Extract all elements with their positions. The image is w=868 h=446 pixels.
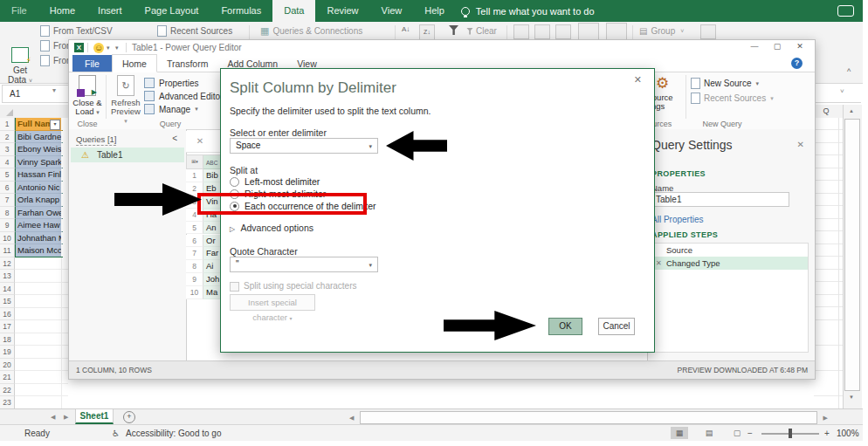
excel-tab-review[interactable]: Review	[315, 0, 369, 22]
sheet-cell[interactable]: Johnathan M	[15, 232, 63, 245]
sheet-cell[interactable]: Aimee Haw	[15, 219, 63, 232]
tell-me-box[interactable]: Tell me what you want to do	[461, 6, 595, 17]
clear-filter-button[interactable]: Clear	[466, 26, 497, 36]
from-text-csv-button[interactable]: From Text/CSV	[40, 25, 113, 37]
sheet-cell[interactable]: Bibi Gardne	[15, 131, 63, 144]
close-icon[interactable]: ✕	[792, 42, 808, 51]
sheet-cell[interactable]	[15, 333, 61, 347]
grid-cell[interactable]	[61, 295, 68, 308]
data-source-settings-icon[interactable]: ⚙	[656, 76, 669, 91]
flash-fill-icon[interactable]	[534, 24, 550, 39]
sheet-cell[interactable]: Hassan Finl	[15, 168, 63, 182]
scroll-right-icon[interactable]: ▶	[823, 415, 828, 422]
excel-tab-file[interactable]: File	[0, 0, 38, 22]
query-list-item[interactable]: ⚠ Table1	[71, 148, 184, 162]
recent-sources-button[interactable]: Recent Sources	[157, 25, 232, 37]
preview-cell[interactable]: Bib	[203, 169, 221, 182]
prev-sheet-icon[interactable]: ◀	[51, 414, 55, 421]
smiley-feedback-icon[interactable]: ☺	[93, 43, 104, 53]
column-a-header[interactable]	[15, 105, 68, 119]
sheet-cell[interactable]	[15, 257, 61, 271]
grid-cell[interactable]	[61, 346, 68, 359]
grid-cell[interactable]	[61, 257, 68, 271]
preview-table-menu-button[interactable]: ⊞▾	[186, 154, 203, 169]
horizontal-scrollbar-thumb[interactable]	[360, 411, 817, 424]
preview-cell[interactable]: Far	[203, 247, 221, 260]
preview-cell[interactable]: Joh	[203, 273, 221, 286]
sheet-cell[interactable]: Vinny Spark	[15, 156, 63, 169]
zoom-slider-thumb[interactable]	[789, 429, 792, 438]
pq-tab-home[interactable]: Home	[112, 54, 157, 72]
radio-option[interactable]: Left-most delimiter	[230, 175, 457, 188]
grid-cell[interactable]	[61, 333, 68, 347]
formula-bar[interactable]	[814, 84, 861, 103]
select-all-corner[interactable]	[0, 105, 16, 119]
formula-bar-expand-icon[interactable]: ˅	[840, 87, 844, 95]
excel-tab-data[interactable]: Data	[272, 0, 315, 22]
scroll-down-icon[interactable]: ▼	[844, 395, 859, 400]
sheet-cell[interactable]	[15, 270, 61, 283]
sheet-cell[interactable]: Ebony Weis	[15, 143, 63, 156]
column-q-header[interactable]: Q	[814, 105, 839, 119]
all-properties-link[interactable]: All Properties	[651, 215, 703, 224]
forecast-sheet-icon[interactable]	[606, 23, 627, 41]
sheet-cell[interactable]: Full Name▾	[15, 118, 63, 131]
maximize-icon[interactable]: ▢	[769, 42, 785, 51]
sheet-cell[interactable]	[15, 283, 61, 296]
delete-step-icon[interactable]: ✕	[656, 257, 662, 270]
sheet-cell[interactable]	[15, 320, 61, 333]
sheet-cell[interactable]	[15, 371, 61, 384]
sheet-tab-sheet1[interactable]: Sheet1	[75, 409, 114, 424]
accessibility-status[interactable]: Accessibility: Good to go	[126, 429, 222, 438]
grid-cell[interactable]	[61, 359, 68, 372]
sort-ascending-icon[interactable]: A↓	[402, 25, 410, 33]
sheet-cell[interactable]: Orla Knapp	[15, 194, 63, 207]
excel-tab-formulas[interactable]: Formulas	[210, 0, 272, 22]
excel-tab-view[interactable]: View	[370, 0, 414, 22]
sheet-cell[interactable]	[15, 308, 61, 321]
sheet-cell[interactable]	[15, 396, 61, 409]
queries-connections-button[interactable]: ▦Queries & Connections	[260, 25, 362, 37]
radio-icon[interactable]	[230, 177, 239, 187]
zoom-in-icon[interactable]: +	[824, 429, 830, 438]
collapse-ribbon-icon[interactable]: ^	[847, 67, 851, 76]
advanced-options-toggle[interactable]: ▷ Advanced options	[230, 223, 313, 233]
sheet-cell[interactable]	[15, 346, 61, 359]
grid-cell[interactable]	[61, 244, 68, 257]
preview-cell[interactable]: Or	[203, 235, 221, 248]
excel-tab-home[interactable]: Home	[38, 0, 86, 22]
normal-view-icon[interactable]: ▦	[671, 427, 688, 439]
quote-character-select[interactable]: " ▾	[230, 257, 378, 272]
help-icon[interactable]: ?	[791, 58, 803, 69]
sheet-cell[interactable]: Farhan Owe	[15, 207, 63, 220]
close-icon[interactable]: ✕	[634, 74, 642, 86]
insert-special-character-button[interactable]: Insert special character ▾	[230, 294, 315, 311]
sheet-cell[interactable]	[15, 384, 61, 397]
customize-toolbar-icon[interactable]: ▾	[115, 45, 119, 51]
pq-tab-file[interactable]: File	[72, 55, 112, 72]
grid-cell[interactable]	[61, 118, 68, 130]
grid-cell[interactable]	[61, 194, 68, 206]
ok-button[interactable]: OK	[548, 318, 582, 335]
sort-dialog-icon[interactable]: Z↓	[419, 24, 435, 40]
grid-cell[interactable]	[61, 371, 68, 384]
grid-cell[interactable]	[61, 143, 68, 155]
sheet-cell[interactable]	[15, 359, 61, 372]
pq-title-bar[interactable]: X ☺ ▾ ▾ Table1 - Power Query Editor — ▢ …	[69, 40, 815, 55]
cancel-entry-icon[interactable]: ✕	[191, 134, 209, 148]
grid-cell[interactable]	[61, 384, 68, 397]
minimize-icon[interactable]: —	[747, 42, 762, 51]
grid-cell[interactable]	[61, 320, 68, 333]
chevron-down-icon[interactable]: ▾	[107, 45, 110, 51]
close-and-load-button[interactable]: ▶ Close & Load ▾	[71, 75, 104, 117]
add-sheet-icon[interactable]: +	[123, 411, 135, 423]
comment-icon[interactable]	[837, 5, 854, 17]
grid-cell[interactable]	[61, 308, 68, 321]
preview-cell[interactable]: An	[203, 222, 221, 235]
remove-duplicates-icon[interactable]	[555, 24, 571, 39]
pq-tab-transform[interactable]: Transform	[157, 55, 217, 72]
horizontal-scrollbar[interactable]: ◀ ▶	[348, 411, 830, 423]
vertical-scrollbar-thumb[interactable]	[844, 119, 860, 391]
next-sheet-icon[interactable]: ▶	[64, 414, 68, 421]
name-box-caret-icon[interactable]: ▾	[52, 86, 56, 94]
